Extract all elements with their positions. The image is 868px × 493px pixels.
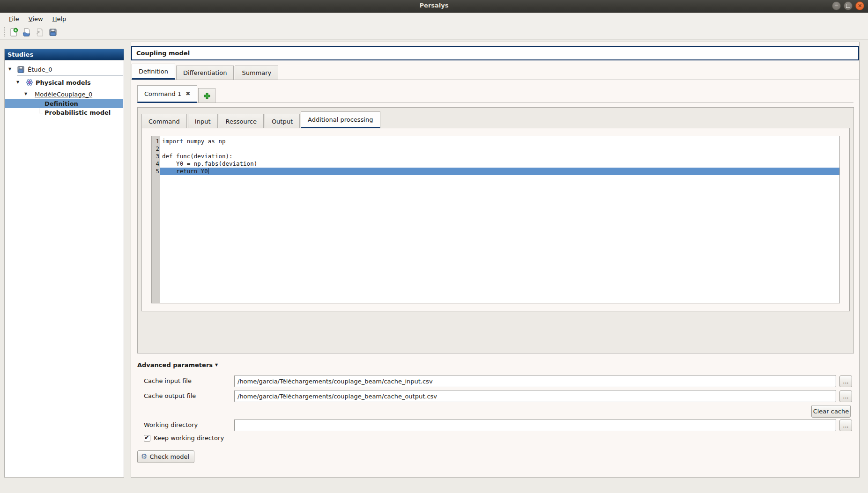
- definition-pane-border: [131, 80, 859, 80]
- menu-file[interactable]: File: [5, 14, 23, 24]
- advanced-parameters-toggle[interactable]: Advanced parameters: [137, 361, 218, 368]
- command-tabbar: Command 1: [137, 85, 215, 103]
- studies-sidebar: Studies Étude_0 Physical models: [4, 49, 124, 478]
- cache-input-field[interactable]: [234, 375, 836, 387]
- tab-ressource[interactable]: Ressource: [219, 114, 264, 128]
- tab-command-1[interactable]: Command 1: [137, 85, 197, 103]
- tree-item-label: Definition: [45, 100, 78, 107]
- titlebar: Persalys − ✕: [0, 0, 868, 13]
- cache-output-field[interactable]: [234, 390, 836, 402]
- gear-icon: [141, 453, 147, 460]
- maximize-button[interactable]: [844, 1, 853, 10]
- atom-icon: [26, 79, 33, 86]
- main-panel: Coupling model Definition Differentiatio…: [131, 42, 860, 478]
- code-content[interactable]: import numpy as np def func(deviation): …: [160, 136, 839, 303]
- command-section-tabbar: Command Input Ressource Output Additiona…: [141, 111, 850, 128]
- close-button[interactable]: ✕: [855, 1, 864, 10]
- collapse-arrow-icon: [215, 363, 218, 367]
- app-window: Persalys − ✕ File View Help: [0, 0, 868, 493]
- minimize-icon: −: [832, 2, 840, 10]
- minimize-button[interactable]: −: [832, 1, 841, 10]
- tree-item-probabilistic-model[interactable]: Probabilistic model: [5, 108, 123, 117]
- tree-item-label: ModèleCouplage_0: [35, 91, 92, 98]
- tab-additional-processing[interactable]: Additional processing: [301, 111, 380, 128]
- code-line[interactable]: import numpy as np: [160, 138, 839, 145]
- tab-differentiation[interactable]: Differentiation: [176, 66, 234, 80]
- tab-output[interactable]: Output: [265, 114, 300, 128]
- tree-item-physical-models[interactable]: Physical models: [5, 78, 123, 87]
- expand-arrow-icon[interactable]: [8, 67, 11, 71]
- expand-arrow-icon[interactable]: [16, 80, 19, 84]
- clear-cache-button[interactable]: Clear cache: [811, 405, 851, 418]
- cache-input-label: Cache input file: [144, 377, 192, 384]
- keep-working-directory-label: Keep working directory: [154, 434, 224, 441]
- menu-bar: File View Help: [0, 13, 868, 25]
- model-title-box: Coupling model: [131, 46, 859, 60]
- tree-item-definition[interactable]: Definition: [5, 99, 123, 108]
- code-line[interactable]: Y0 = np.fabs(deviation): [160, 160, 839, 168]
- working-directory-label: Working directory: [144, 421, 198, 428]
- command-tabbar-baseline: [137, 103, 853, 103]
- working-directory-browse-button[interactable]: ...: [839, 419, 852, 431]
- code-line[interactable]: [160, 145, 839, 153]
- open-study-icon: [22, 28, 31, 37]
- toolbar-grip[interactable]: [4, 27, 7, 37]
- tab-command[interactable]: Command: [141, 114, 187, 128]
- new-study-icon: [9, 28, 18, 37]
- text-cursor: [208, 168, 208, 174]
- keep-working-directory-option[interactable]: Keep working directory: [144, 434, 224, 441]
- cache-output-label: Cache output file: [144, 392, 196, 399]
- save-icon: [48, 28, 58, 37]
- menu-view[interactable]: View: [24, 14, 47, 24]
- additional-processing-page: 1 2 3 4 5 import numpy as np def func(de…: [141, 128, 850, 311]
- model-title: Coupling model: [136, 50, 190, 57]
- code-line[interactable]: def func(deviation):: [160, 153, 839, 160]
- menu-help[interactable]: Help: [48, 14, 71, 24]
- code-line-highlighted[interactable]: return Y0: [160, 168, 839, 175]
- keep-working-directory-checkbox[interactable]: [144, 435, 150, 441]
- toolbar: [0, 25, 868, 40]
- open-study-button[interactable]: [21, 27, 32, 38]
- tree-item-label: Probabilistic model: [45, 109, 111, 116]
- plus-icon: [204, 93, 210, 99]
- study-underline: [17, 75, 123, 75]
- import-button[interactable]: [34, 27, 45, 38]
- new-study-button[interactable]: [8, 27, 19, 38]
- tree-item-modele-couplage[interactable]: ModèleCouplage_0: [5, 89, 123, 99]
- tab-input[interactable]: Input: [188, 114, 218, 128]
- floppy-icon: [17, 66, 24, 73]
- code-editor[interactable]: 1 2 3 4 5 import numpy as np def func(de…: [151, 136, 840, 303]
- tree-item-etude[interactable]: Étude_0: [5, 65, 123, 74]
- tab-summary[interactable]: Summary: [235, 66, 278, 80]
- check-model-button[interactable]: Check model: [137, 450, 194, 463]
- add-command-tab-button[interactable]: [198, 88, 215, 103]
- model-tabbar: Definition Differentiation Summary: [132, 64, 279, 80]
- close-tab-icon[interactable]: [185, 91, 190, 96]
- maximize-icon: [844, 2, 852, 10]
- command-pane: Command Input Ressource Output Additiona…: [137, 107, 854, 353]
- studies-header: Studies: [5, 49, 124, 60]
- working-directory-field[interactable]: [234, 419, 836, 431]
- tree-item-label: Physical models: [36, 79, 91, 86]
- cache-output-browse-button[interactable]: ...: [839, 390, 852, 402]
- tree-item-label: Étude_0: [28, 66, 52, 73]
- cache-input-browse-button[interactable]: ...: [839, 375, 852, 387]
- save-button[interactable]: [47, 27, 59, 38]
- import-icon: [35, 28, 45, 37]
- expand-arrow-icon[interactable]: [24, 92, 27, 96]
- line-number-gutter: 1 2 3 4 5: [152, 136, 160, 303]
- close-icon: ✕: [856, 2, 864, 10]
- window-controls: − ✕: [832, 1, 864, 10]
- window-title: Persalys: [0, 2, 868, 9]
- tab-definition[interactable]: Definition: [132, 64, 175, 80]
